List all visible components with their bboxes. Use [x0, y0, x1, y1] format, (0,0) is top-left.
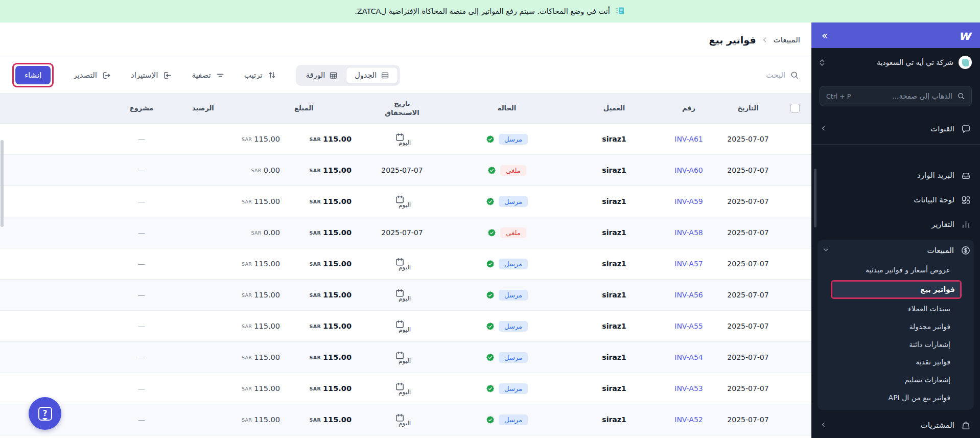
invoice-number-link[interactable]: INV-A53 — [674, 384, 703, 393]
customer-name: siraz1 — [568, 197, 660, 205]
main-content: المبيعات فواتير بيع البحث الجدول الورقة — [0, 22, 811, 438]
currency-label: SAR — [242, 292, 252, 298]
sidebar-scrollbar[interactable] — [814, 169, 816, 227]
sidebar-subitem[interactable]: فواتير بيع من ال API — [818, 389, 974, 407]
balance-value: 115.00 — [254, 353, 280, 361]
invoice-number-link[interactable]: INV-A56 — [674, 291, 703, 299]
invoice-number-link[interactable]: INV-A61 — [674, 135, 703, 143]
sidebar-item-inbox[interactable]: البريد الوارد — [811, 163, 980, 188]
sidebar-subitem[interactable]: فواتير مجدولة — [818, 318, 974, 336]
table-row[interactable]: 2025-07-07 INV-A56 siraz1 مرسل اليوم SAR… — [0, 280, 811, 311]
balance-value: 115.00 — [254, 322, 280, 330]
balance-cell: SAR115.00 — [185, 291, 287, 299]
company-switcher[interactable]: شركة تي أيه تي السعودية — [811, 48, 980, 77]
sales-submenu: عروض أسعار و فواتير مبدئيةفواتير بيعسندا… — [818, 261, 974, 407]
column-header-number[interactable]: رقم — [660, 104, 717, 113]
status-badge: مرسل — [499, 196, 528, 207]
amount-value: 115.00 — [323, 166, 352, 174]
sidebar-subitem[interactable]: سندات العملاء — [818, 300, 974, 318]
balance-cell: SAR0.00 — [185, 228, 287, 237]
go-to-page-search[interactable]: الذهاب إلى صفحة... Ctrl + P — [820, 86, 972, 106]
amount-value: 115.00 — [323, 353, 352, 361]
table-row[interactable]: 2025-07-07 INV-A60 siraz1 ملغى 2025-07-0… — [0, 155, 811, 186]
customer-name: siraz1 — [568, 260, 660, 268]
status-cell: ملغى — [446, 165, 568, 176]
sidebar-group-sales[interactable]: المبيعات — [818, 240, 974, 261]
invoice-number-link[interactable]: INV-A52 — [674, 416, 703, 424]
wafeq-logo: w — [959, 29, 970, 42]
view-toggle-sheet[interactable]: الورقة — [298, 67, 346, 84]
collapse-sidebar-icon[interactable]: » — [822, 30, 827, 41]
column-header-project[interactable]: مشروع — [98, 104, 185, 113]
export-button[interactable]: التصدير — [73, 71, 111, 80]
sidebar-item-channels[interactable]: القنوات — [811, 118, 980, 140]
import-button[interactable]: الإستيراد — [131, 71, 172, 80]
select-all-checkbox[interactable] — [790, 104, 800, 113]
sidebar-group-label: المبيعات — [927, 246, 954, 255]
amount-value: 115.00 — [323, 291, 352, 299]
column-header-amount[interactable]: المبلغ — [287, 104, 359, 113]
table-scrollbar[interactable] — [1, 140, 4, 227]
zatca-verified-icon — [486, 260, 495, 268]
status-badge: مرسل — [499, 290, 528, 301]
due-date: اليوم — [359, 195, 446, 209]
sort-button[interactable]: ترتيب — [244, 71, 276, 80]
sidebar-item-dashboard[interactable]: لوحة البيانات — [811, 188, 980, 212]
zatca-verified-icon — [486, 384, 495, 393]
sidebar-subitem[interactable]: إشعارات دائنة — [818, 336, 974, 354]
amount-value: 115.00 — [323, 135, 352, 143]
chat-icon — [961, 124, 971, 134]
status-badge: مرسل — [499, 321, 528, 332]
invoice-number-link[interactable]: INV-A60 — [674, 166, 703, 174]
customer-name: siraz1 — [568, 135, 660, 143]
table-row[interactable]: 2025-07-07 INV-A61 siraz1 مرسل اليوم SAR… — [0, 124, 811, 155]
sidebar-subitem[interactable]: فواتير نقدية — [818, 353, 974, 371]
table-row[interactable]: 2025-07-07 INV-A58 siraz1 ملغى 2025-07-0… — [0, 217, 811, 248]
export-icon — [102, 71, 111, 80]
status-badge: مرسل — [499, 259, 528, 269]
chevron-left-icon — [821, 124, 827, 133]
invoice-number-link[interactable]: INV-A58 — [674, 228, 703, 237]
column-header-status[interactable]: الحالة — [446, 104, 568, 113]
balance-value: 0.00 — [264, 166, 280, 174]
view-toggle-table[interactable]: الجدول — [346, 67, 398, 84]
currency-label: SAR — [310, 261, 321, 267]
table-row[interactable]: 2025-07-07 INV-A59 siraz1 مرسل اليوم SAR… — [0, 186, 811, 217]
create-button[interactable]: إنشاء — [15, 66, 51, 84]
invoice-number-link[interactable]: INV-A57 — [674, 260, 703, 268]
zatca-verified-icon — [486, 291, 495, 299]
filter-button[interactable]: تصفية — [192, 71, 224, 80]
table-search[interactable]: البحث — [766, 71, 799, 80]
column-header-date[interactable]: التاريخ — [717, 104, 779, 113]
status-badge: مرسل — [499, 414, 528, 425]
invoice-number-link[interactable]: INV-A59 — [674, 197, 703, 205]
table-row[interactable]: 2025-07-07 INV-A52 siraz1 مرسل اليوم SAR… — [0, 404, 811, 435]
sidebar-group-purchases[interactable]: المشتريات — [811, 413, 980, 437]
invoice-number-link[interactable]: INV-A55 — [674, 322, 703, 330]
table-row[interactable]: 2025-07-07 INV-A57 siraz1 مرسل اليوم SAR… — [0, 248, 811, 280]
invoice-date: 2025-07-07 — [717, 135, 779, 143]
help-button[interactable]: ? — [29, 397, 61, 430]
due-date: 2025-07-07 — [359, 166, 446, 174]
table-row[interactable]: 2025-07-07 INV-A53 siraz1 مرسل اليوم SAR… — [0, 373, 811, 404]
sidebar-subitem[interactable]: إشعارات تسليم — [818, 371, 974, 389]
sidebar-subitem[interactable]: فواتير بيع — [832, 282, 960, 297]
project-cell: — — [98, 135, 185, 143]
column-header-balance[interactable]: الرصيد — [185, 104, 287, 113]
inbox-icon — [961, 171, 971, 180]
table-row[interactable]: 2025-07-07 INV-A54 siraz1 مرسل اليوم SAR… — [0, 342, 811, 373]
dashboard-icon — [961, 195, 971, 205]
project-cell: — — [98, 260, 185, 268]
banner-text: أنت في وضع المحاكات. سيتم رفع الفواتير إ… — [355, 7, 610, 15]
sort-label: ترتيب — [244, 71, 263, 80]
breadcrumb-sales-link[interactable]: المبيعات — [774, 35, 800, 44]
table-row[interactable]: 2025-07-07 INV-A55 siraz1 مرسل اليوم SAR… — [0, 311, 811, 342]
project-cell: — — [98, 353, 185, 361]
sidebar-subitem[interactable]: عروض أسعار و فواتير مبدئية — [818, 261, 974, 279]
column-header-customer[interactable]: العميل — [568, 104, 660, 113]
column-header-due-date[interactable]: تاريخ الاستحقاق — [359, 99, 446, 117]
invoice-number-link[interactable]: INV-A54 — [674, 353, 703, 361]
balance-cell: SAR115.00 — [185, 384, 287, 393]
sidebar-item-reports[interactable]: التقارير — [811, 212, 980, 237]
sidebar-divider — [811, 144, 980, 145]
